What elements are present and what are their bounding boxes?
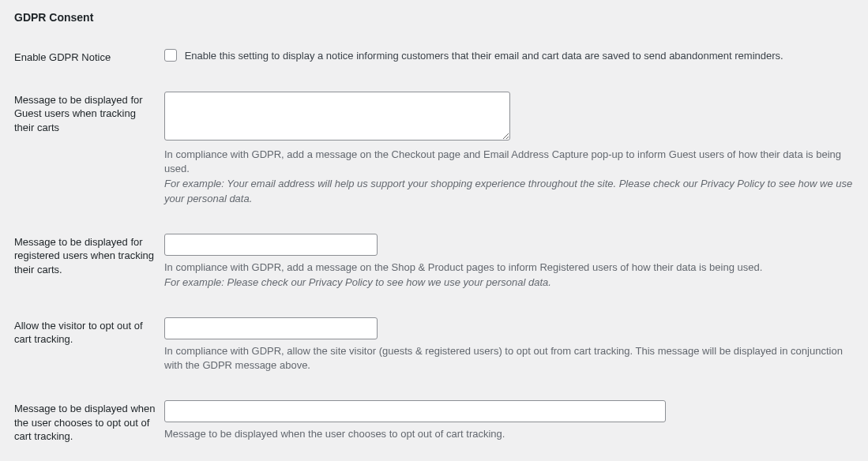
enable-gdpr-desc: Enable this setting to display a notice … <box>185 50 783 62</box>
guest-msg-example: For example: Your email address will hel… <box>164 178 852 204</box>
settings-table: Enable GDPR Notice Enable this setting t… <box>14 41 854 461</box>
opt-out-label: Allow the visitor to opt out of cart tra… <box>14 309 164 393</box>
section-heading: GDPR Consent <box>14 11 854 24</box>
guest-msg-textarea[interactable] <box>164 92 510 141</box>
reg-msg-label: Message to be displayed for registered u… <box>14 226 164 309</box>
reg-msg-example: For example: Please check our Privacy Po… <box>164 276 551 288</box>
reg-msg-input[interactable] <box>164 234 378 256</box>
guest-msg-desc: In compliance with GDPR, add a message o… <box>164 148 841 175</box>
opt-out-msg-label: Message to be displayed when the user ch… <box>14 392 164 461</box>
enable-gdpr-label: Enable GDPR Notice <box>14 41 164 84</box>
opt-out-desc: In compliance with GDPR, allow the site … <box>164 344 854 374</box>
reg-msg-desc: In compliance with GDPR, add a message o… <box>164 261 762 273</box>
guest-msg-label: Message to be displayed for Guest users … <box>14 84 164 226</box>
opt-out-input[interactable] <box>164 317 378 339</box>
opt-out-msg-input[interactable] <box>164 400 666 422</box>
opt-out-msg-desc: Message to be displayed when the user ch… <box>164 427 854 442</box>
enable-gdpr-checkbox[interactable] <box>164 49 177 62</box>
